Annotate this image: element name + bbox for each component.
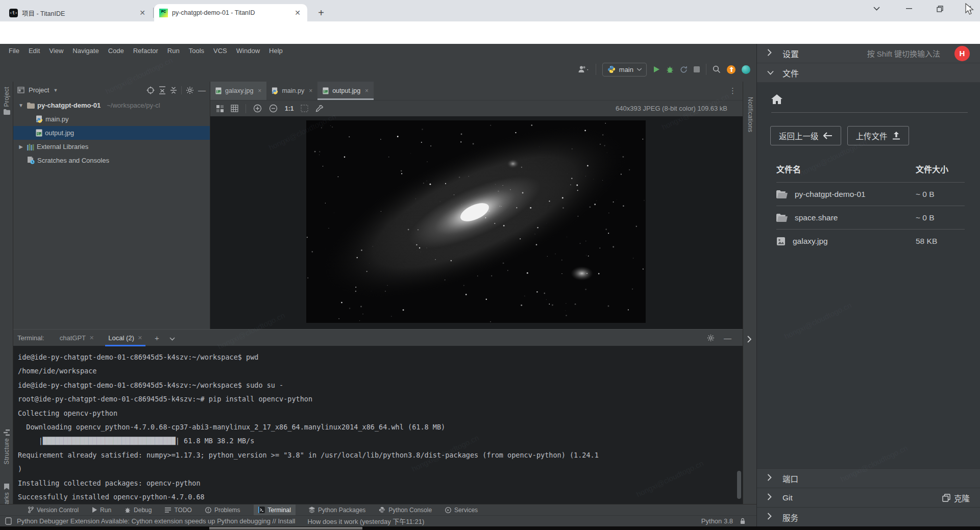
settings-section-header[interactable]: 设置 按 Shift 键切换输入法 H xyxy=(757,44,980,63)
toolbtn-debug[interactable]: Debug xyxy=(125,504,152,516)
settings-gear-icon[interactable] xyxy=(186,86,194,94)
menu-vcs[interactable]: VCS xyxy=(209,47,232,55)
run-config-selector[interactable]: main xyxy=(602,63,647,77)
menu-view[interactable]: View xyxy=(44,47,68,55)
terminal-settings-gear-icon[interactable] xyxy=(707,334,715,342)
stripe-project-button[interactable]: Project xyxy=(0,87,13,115)
ports-section-header[interactable]: 端口 xyxy=(757,468,980,488)
run-button[interactable] xyxy=(653,66,660,73)
hide-panel-icon[interactable]: — xyxy=(198,86,206,94)
fit-to-window-icon[interactable] xyxy=(301,105,308,112)
toolbtn-services[interactable]: Services xyxy=(445,504,478,516)
toolbtn-todo[interactable]: TODO xyxy=(165,504,191,516)
project-panel-title[interactable]: Project xyxy=(29,86,49,94)
write-lock-icon[interactable] xyxy=(740,518,745,524)
user-avatar[interactable]: H xyxy=(954,46,970,61)
minimize-button[interactable] xyxy=(897,0,921,17)
collapse-all-icon[interactable] xyxy=(170,87,177,94)
toolbtn-version-control[interactable]: Version Control xyxy=(28,504,79,516)
tab-search-icon[interactable] xyxy=(865,0,888,17)
browser-tab-projects[interactable]: ‹t› 项目 - TitanIDE ✕ xyxy=(4,4,152,21)
files-section-header[interactable]: 文件 xyxy=(757,63,980,83)
chevron-right-icon[interactable]: ▶ xyxy=(17,144,24,149)
services-section-header[interactable]: 服务 xyxy=(757,507,980,526)
git-section-header[interactable]: Git 克隆 xyxy=(757,488,980,507)
file-row-space-share[interactable]: space.share ~ 0 B xyxy=(776,206,965,229)
editor-tab-output-jpg[interactable]: output.jpg × xyxy=(317,82,374,100)
editor-tab-galaxy[interactable]: galaxy.jpg × xyxy=(210,82,266,100)
color-picker-icon[interactable] xyxy=(315,105,324,113)
rerun-icon[interactable] xyxy=(680,66,688,73)
event-log-icon[interactable] xyxy=(5,517,12,525)
file-row-galaxy-jpg[interactable]: galaxy.jpg 58 KB xyxy=(776,229,965,253)
stop-button[interactable] xyxy=(694,66,700,72)
tab-close-icon[interactable]: × xyxy=(258,87,261,94)
tree-row-main-py[interactable]: main.py xyxy=(13,112,210,126)
hide-terminal-icon[interactable]: — xyxy=(724,334,731,342)
chevron-down-icon[interactable]: ▼ xyxy=(53,88,58,93)
zoom-in-icon[interactable] xyxy=(253,104,262,113)
terminal-tab-chatgpt[interactable]: chatGPT ✕ xyxy=(54,330,101,346)
page-scrollbar-track[interactable] xyxy=(0,526,980,530)
home-icon[interactable] xyxy=(771,94,782,104)
terminal-scrollbar[interactable] xyxy=(737,471,741,499)
chevron-down-icon[interactable]: ▼ xyxy=(17,103,24,108)
ide-update-icon[interactable] xyxy=(727,65,736,74)
menu-tools[interactable]: Tools xyxy=(184,47,209,55)
menu-file[interactable]: File xyxy=(4,47,24,55)
tab-close-icon[interactable]: × xyxy=(309,87,312,94)
pixel-grid-icon[interactable] xyxy=(231,105,238,112)
menu-edit[interactable]: Edit xyxy=(24,47,44,55)
menu-navigate[interactable]: Navigate xyxy=(68,47,103,55)
status-secondary[interactable]: How does it work (yesterday 下午11:21) xyxy=(307,516,424,526)
python-interpreter[interactable]: Python 3.8 xyxy=(701,517,733,525)
file-row-py-chatgpt-demo[interactable]: py-chatgpt-demo-01 ~ 0 B xyxy=(776,182,965,206)
terminal-output[interactable]: ide@ide-py-chatgpt-demo-01-c86945d5-k4sz… xyxy=(13,346,743,504)
new-tab-button[interactable]: + xyxy=(314,6,328,20)
tab-close-icon[interactable]: ✕ xyxy=(138,8,147,17)
tree-row-output-jpg[interactable]: output.jpg xyxy=(13,126,210,140)
locate-file-icon[interactable] xyxy=(146,86,155,94)
panel-expand-chevron[interactable] xyxy=(747,336,751,345)
tab-close-icon[interactable]: ✕ xyxy=(138,335,142,341)
browser-tab-ide[interactable]: PC py-chatgpt-demo-01 - TitanID ✕ xyxy=(154,4,307,21)
toolbtn-python-console[interactable]: Python Console xyxy=(379,504,432,516)
terminal-dropdown-icon[interactable] xyxy=(165,334,179,342)
stripe-structure-button[interactable]: Structure xyxy=(0,430,13,464)
image-canvas[interactable] xyxy=(210,116,743,329)
stripe-notifications-label[interactable]: Notifications xyxy=(747,97,754,132)
menu-refactor[interactable]: Refactor xyxy=(129,47,163,55)
editor-tab-main-py[interactable]: main.py × xyxy=(266,82,317,100)
tab-close-icon[interactable]: ✕ xyxy=(293,8,302,17)
status-orb-icon[interactable] xyxy=(742,65,750,74)
go-up-button[interactable]: 返回上一级 xyxy=(770,126,841,145)
expand-all-icon[interactable] xyxy=(159,86,166,94)
zoom-out-icon[interactable] xyxy=(269,104,278,113)
menu-help[interactable]: Help xyxy=(264,47,287,55)
tree-row-scratches[interactable]: Scratches and Consoles xyxy=(13,154,210,167)
transparency-checkerboard-icon[interactable] xyxy=(216,105,224,112)
terminal-tab-local[interactable]: Local (2) ✕ xyxy=(102,330,149,346)
menu-code[interactable]: Code xyxy=(104,47,129,55)
menu-run[interactable]: Run xyxy=(163,47,184,55)
tab-close-icon[interactable]: × xyxy=(365,87,369,94)
actual-size-button[interactable]: 1:1 xyxy=(285,105,293,112)
toolbtn-python-packages[interactable]: Python Packages xyxy=(309,504,365,516)
restore-button[interactable] xyxy=(928,0,951,17)
menu-window[interactable]: Window xyxy=(232,47,264,55)
debug-button[interactable] xyxy=(666,66,674,73)
tab-close-icon[interactable]: ✕ xyxy=(89,335,94,341)
tree-row-external-libraries[interactable]: ▶ External Libraries xyxy=(13,140,210,154)
git-clone-button[interactable]: 克隆 xyxy=(942,492,970,503)
new-terminal-button[interactable]: + xyxy=(151,334,163,342)
collaborators-icon[interactable] xyxy=(577,65,590,73)
tab-options-kebab-icon[interactable]: ⋮ xyxy=(729,86,743,95)
upload-file-button[interactable]: 上传文件 xyxy=(847,126,909,145)
toolbtn-terminal[interactable]: Terminal xyxy=(254,504,296,516)
search-everywhere-icon[interactable] xyxy=(713,65,721,73)
toolbtn-problems[interactable]: Problems xyxy=(205,504,240,516)
tree-row-project-root[interactable]: ▼ py-chatgpt-demo-01 ~/workspace/py-cl xyxy=(13,98,210,112)
page-scrollbar-thumb[interactable] xyxy=(209,527,362,529)
toolbtn-run[interactable]: Run xyxy=(92,504,111,516)
status-message[interactable]: Python Debugger Extension Available: Cyt… xyxy=(17,517,295,525)
